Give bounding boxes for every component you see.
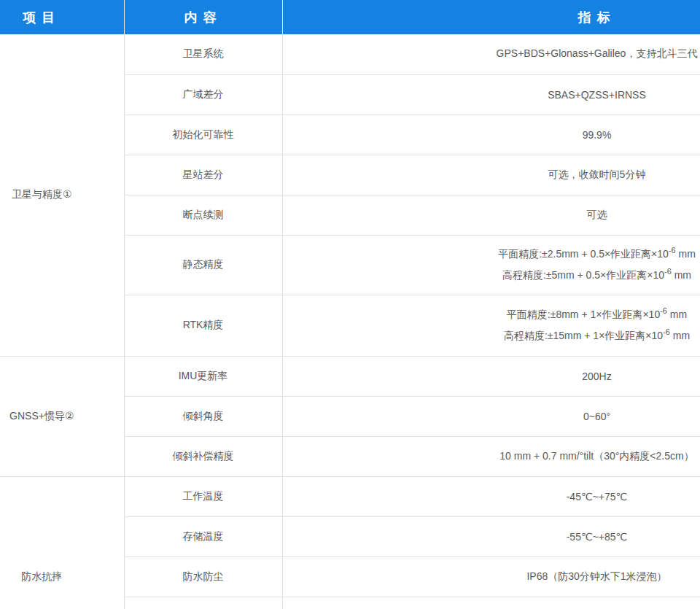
content-cell <box>124 597 282 609</box>
spec-line: 高程精度:±5mm + 0.5×作业距离×10-6 mm <box>283 265 700 286</box>
superscript: -6 <box>663 327 670 336</box>
content-cell: IMU更新率 <box>124 356 282 396</box>
content-cell: RTK精度 <box>124 295 282 356</box>
spec-line-unit: mm <box>667 309 687 320</box>
content-cell: 防水防尘 <box>124 556 282 597</box>
content-cell: 工作温度 <box>124 476 282 516</box>
header-col-spec: 指标 <box>282 0 700 34</box>
value-cell: -55℃~+85℃ <box>282 516 700 556</box>
value-cell: 200Hz <box>282 356 700 396</box>
value-cell: 10 mm + 0.7 mm/°tilt（30°内精度<2.5cm） <box>282 436 700 476</box>
spec-line-text: 平面精度:±2.5mm + 0.5×作业距离×10 <box>498 248 669 260</box>
table-row: 卫星与精度① 卫星系统 GPS+BDS+Glonass+Galileo，支持北斗… <box>0 34 700 74</box>
spec-line-unit: mm <box>670 330 690 341</box>
value-cell: 99.9% <box>282 115 700 155</box>
content-cell: 卫星系统 <box>124 34 282 74</box>
content-cell: 静态精度 <box>124 235 282 295</box>
value-cell: 可选，收敛时间5分钟 <box>282 155 700 195</box>
value-cell: 平面精度:±2.5mm + 0.5×作业距离×10-6 mm 高程精度:±5mm… <box>282 235 700 295</box>
superscript: -6 <box>664 267 672 276</box>
header-col-content: 内容 <box>124 0 282 34</box>
spec-line-unit: mm <box>672 269 691 281</box>
table-row: 防水抗摔 工作温度 -45℃~+75℃ <box>0 476 700 516</box>
content-cell: 存储温度 <box>124 516 282 556</box>
spec-line-unit: mm <box>676 248 696 260</box>
page-viewport: 项目 内容 指标 卫星与精度① 卫星系统 GPS+BDS+Glonass+Gal… <box>0 0 700 609</box>
spec-table: 项目 内容 指标 卫星与精度① 卫星系统 GPS+BDS+Glonass+Gal… <box>0 0 700 609</box>
spec-line: 平面精度:±8mm + 1×作业距离×10-6 mm <box>283 304 700 325</box>
value-cell: 可选 <box>282 195 700 235</box>
value-cell: SBAS+QZSS+IRNSS <box>282 74 700 115</box>
content-cell: 初始化可靠性 <box>124 115 282 155</box>
section-cell-satellite-precision: 卫星与精度① <box>0 34 124 356</box>
value-cell: 平面精度:±8mm + 1×作业距离×10-6 mm 高程精度:±15mm + … <box>282 295 700 356</box>
content-cell: 星站差分 <box>124 155 282 195</box>
section-cell-gnss-imu: GNSS+惯导② <box>0 356 124 476</box>
value-cell: GPS+BDS+Glonass+Galileo，支持北斗三代 <box>282 34 700 74</box>
superscript: -6 <box>669 246 676 255</box>
spec-line-text: 高程精度:±15mm + 1×作业距离×10 <box>504 330 663 341</box>
table-row: GNSS+惯导② IMU更新率 200Hz <box>0 356 700 396</box>
superscript: -6 <box>660 306 667 315</box>
header-row: 项目 内容 指标 <box>0 0 700 34</box>
header-col-item: 项目 <box>0 0 124 34</box>
section-cell-waterproof: 防水抗摔 <box>0 476 124 609</box>
content-cell: 倾斜角度 <box>124 396 282 436</box>
content-cell: 倾斜补偿精度 <box>124 436 282 476</box>
spec-line: 平面精度:±2.5mm + 0.5×作业距离×10-6 mm <box>283 244 700 265</box>
content-cell: 断点续测 <box>124 195 282 235</box>
spec-line-text: 高程精度:±5mm + 0.5×作业距离×10 <box>502 269 664 281</box>
value-cell: -45℃~+75℃ <box>282 476 700 516</box>
spec-line: 高程精度:±15mm + 1×作业距离×10-6 mm <box>283 325 700 346</box>
value-cell: IP68（防30分钟水下1米浸泡） <box>282 556 700 597</box>
spec-line-text: 平面精度:±8mm + 1×作业距离×10 <box>507 309 660 320</box>
value-cell: 0~60° <box>282 396 700 436</box>
value-cell <box>282 597 700 609</box>
content-cell: 广域差分 <box>124 74 282 115</box>
